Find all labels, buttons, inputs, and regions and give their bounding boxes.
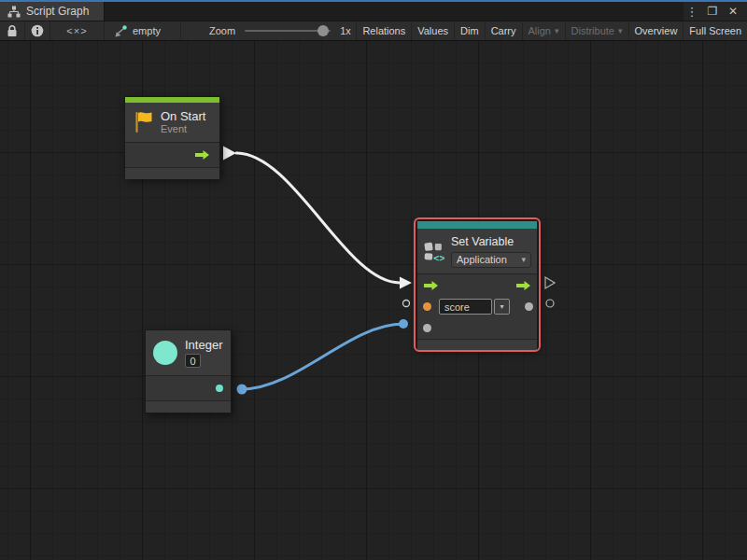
node-subtitle: Event	[161, 123, 205, 135]
set-variable-ports: score ▾	[417, 274, 537, 339]
flag-icon	[133, 110, 153, 134]
scope-value: Application	[457, 254, 507, 265]
zoom-label: Zoom	[209, 25, 235, 36]
close-icon[interactable]: ✕	[725, 5, 741, 18]
on-start-ports	[125, 143, 219, 167]
code-view-button[interactable]: <×>	[50, 21, 105, 40]
node-footer	[125, 168, 219, 179]
integer-type-icon	[153, 341, 177, 365]
flow-output-port[interactable]	[515, 280, 531, 291]
on-start-header: On Start Event	[125, 103, 219, 142]
overview-label: Overview	[635, 25, 678, 36]
control-wire-start-arrow	[223, 147, 236, 161]
value-output-port[interactable]	[525, 302, 533, 311]
relations-label: Relations	[362, 25, 405, 36]
node-footer	[146, 401, 231, 413]
distribute-button: Distribute ▾	[565, 21, 628, 40]
tab-script-graph[interactable]: Script Graph	[0, 2, 105, 21]
dim-label: Dim	[460, 25, 479, 36]
graph-hierarchy-icon	[7, 6, 21, 18]
toolbar-buttons: Relations Values Dim Carry Align ▾ Distr…	[356, 21, 747, 40]
value-wire-start-dot	[237, 385, 247, 395]
control-wire-end-arrow	[400, 277, 412, 289]
variable-name-field[interactable]: score	[439, 299, 492, 315]
integer-ports	[146, 376, 231, 400]
node-set-variable[interactable]: <> Set Variable Application ▾	[416, 220, 538, 349]
carry-label: Carry	[491, 25, 516, 36]
unconnected-input-port-marker[interactable]	[403, 301, 410, 307]
window-controls: ⋮ ❐ ✕	[684, 2, 747, 21]
lock-button[interactable]	[0, 21, 25, 40]
svg-text:<>: <>	[433, 252, 444, 264]
node-title: On Start	[161, 109, 205, 123]
script-graph-window: Script Graph ⋮ ❐ ✕ <×>	[0, 0, 747, 560]
variable-color-bar	[417, 221, 537, 229]
dim-button[interactable]: Dim	[454, 21, 485, 40]
value-input-port[interactable]	[423, 324, 431, 332]
align-label: Align	[529, 25, 551, 36]
variables-icon: <>	[423, 239, 444, 264]
wire-layer	[0, 41, 747, 560]
selection-status: empty	[105, 21, 181, 40]
chevron-down-icon: ▾	[521, 255, 526, 264]
maximize-icon[interactable]: ❐	[704, 5, 721, 18]
variable-name-input-port[interactable]	[423, 302, 431, 311]
variable-name-value: score	[444, 301, 470, 313]
info-icon	[31, 24, 44, 37]
code-icon: <×>	[66, 25, 87, 36]
integer-output-port[interactable]	[216, 385, 223, 392]
name-port-row: score ▾	[417, 296, 537, 317]
selection-pointer-icon	[114, 25, 127, 37]
zoom-slider-handle[interactable]	[317, 25, 329, 36]
value-wire-end-dot	[399, 319, 408, 329]
tab-title: Script Graph	[26, 5, 89, 18]
tab-bar: Script Graph ⋮ ❐ ✕	[0, 2, 747, 21]
value-output-port-marker[interactable]	[546, 300, 554, 307]
carry-button[interactable]: Carry	[485, 21, 522, 40]
window-menu-icon[interactable]: ⋮	[684, 5, 700, 19]
selection-status-label: empty	[133, 25, 161, 36]
full-screen-button[interactable]: Full Screen	[683, 21, 747, 40]
node-integer[interactable]: Integer 0	[145, 329, 232, 413]
values-button[interactable]: Values	[411, 21, 454, 40]
distribute-label: Distribute	[571, 25, 614, 36]
set-variable-header: <> Set Variable Application ▾	[417, 229, 537, 273]
relations-button[interactable]: Relations	[356, 21, 411, 40]
values-label: Values	[417, 25, 448, 36]
value-wire[interactable]	[242, 324, 403, 389]
integer-value: 0	[190, 356, 195, 367]
overview-button[interactable]: Overview	[628, 21, 684, 40]
info-button[interactable]	[25, 21, 50, 40]
integer-value-field[interactable]: 0	[185, 354, 201, 368]
zoom-value: 1x	[340, 25, 351, 36]
zoom-control: Zoom 1x	[209, 21, 351, 40]
flow-output-port-marker[interactable]	[545, 277, 555, 288]
flow-output-port[interactable]	[194, 149, 210, 161]
graph-canvas[interactable]: On Start Event <>	[0, 41, 747, 560]
flow-port-row	[417, 274, 537, 296]
variable-name-dropdown-button[interactable]: ▾	[494, 299, 510, 315]
chevron-down-icon: ▾	[500, 302, 503, 311]
graph-toolbar: <×> empty Zoom 1x Relations Values	[0, 21, 747, 41]
chevron-down-icon: ▾	[618, 26, 623, 35]
node-title: Integer	[185, 338, 222, 352]
node-title: Set Variable	[451, 235, 531, 249]
chevron-down-icon: ▾	[555, 26, 559, 35]
align-button: Align ▾	[522, 21, 565, 40]
variable-scope-dropdown[interactable]: Application ▾	[451, 252, 531, 268]
lock-icon	[7, 24, 18, 37]
value-port-row	[417, 317, 537, 339]
full-screen-label: Full Screen	[689, 25, 741, 36]
node-on-start[interactable]: On Start Event	[124, 96, 220, 178]
integer-header: Integer 0	[146, 330, 231, 375]
control-wire[interactable]	[236, 153, 400, 283]
flow-input-port[interactable]	[423, 280, 439, 291]
zoom-slider[interactable]	[245, 30, 331, 32]
node-footer	[417, 340, 537, 350]
